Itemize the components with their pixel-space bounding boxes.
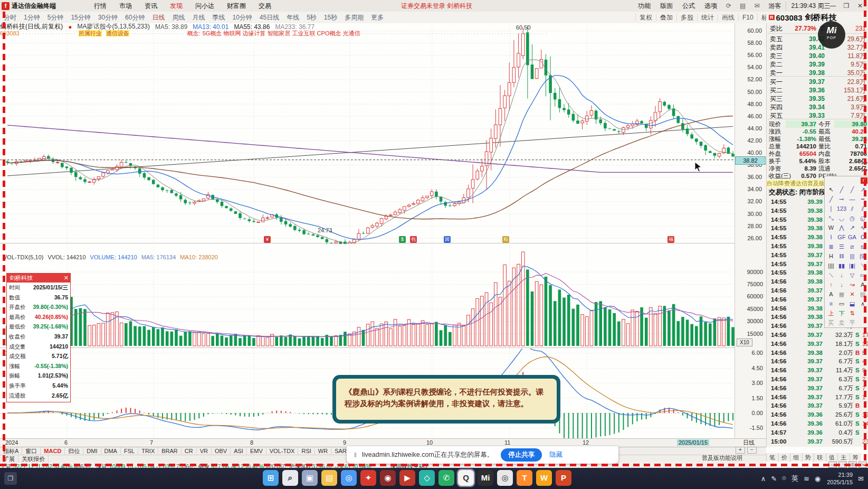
draw-tool-icon[interactable]: ⟍ <box>826 270 836 280</box>
draw-tool-icon[interactable]: ⟍ <box>857 261 868 270</box>
tick-row[interactable]: 14:5639.3711.4万S9 <box>767 366 868 375</box>
tdx-app-icon[interactable]: ✦ <box>360 470 376 486</box>
draw-tool-icon[interactable] <box>857 318 868 327</box>
draw-tool-icon[interactable]: ⤡ <box>826 213 836 223</box>
draw-tool-icon[interactable]: |▮| <box>847 261 857 270</box>
draw-tool-icon[interactable]: ▦ <box>836 289 847 299</box>
period-5分钟[interactable]: 5分钟 <box>44 13 68 22</box>
tick-row[interactable]: 14:5639.376.3万S2 <box>767 375 868 384</box>
draw-tool-icon[interactable]: GF <box>836 232 847 242</box>
indicator-tab-DMI[interactable]: DMI <box>83 447 101 455</box>
mic-icon[interactable]: ⌾ <box>782 474 786 483</box>
period-多周期[interactable]: 多周期 <box>341 13 367 22</box>
mini-tab-势[interactable]: 势 <box>802 453 814 462</box>
draw-tool-icon[interactable]: ⋀ <box>836 223 847 232</box>
draw-tool-icon[interactable]: ↖ <box>826 185 836 194</box>
tick-row[interactable]: 14:5639.3717.7万S1 <box>767 393 868 402</box>
draw-tool-icon[interactable]: ☰ <box>836 242 847 251</box>
period-15秒[interactable]: 15秒 <box>320 13 341 22</box>
file-explorer-icon[interactable]: ▤ <box>321 470 337 486</box>
tick-row[interactable]: 14:5639.3661.0万S14 <box>767 419 868 428</box>
draw-tool-icon[interactable]: ▭ <box>857 270 868 280</box>
wifi-icon[interactable]: ≋ <box>804 475 809 483</box>
draw-tool-icon[interactable]: |9| <box>857 251 868 261</box>
mini-tab-值[interactable]: 值 <box>826 453 838 462</box>
zoom-in-button[interactable]: + <box>736 447 745 454</box>
draw-tool-icon[interactable]: ▭ <box>836 299 847 308</box>
period-10分钟[interactable]: 10分钟 <box>228 13 255 22</box>
indicator-tab-FSL[interactable]: FSL <box>121 447 138 455</box>
media-app-icon[interactable]: ▶ <box>399 470 415 486</box>
menu-item-发现[interactable]: 发现 <box>164 0 189 12</box>
menu-选项[interactable]: 选项 <box>700 2 722 11</box>
draw-tool-icon[interactable]: ◵ <box>857 213 868 223</box>
stop-sharing-button[interactable]: 停止共享 <box>501 448 542 462</box>
indicator-tab-EMV[interactable]: EMV <box>247 447 266 455</box>
tiger-app-icon[interactable]: T <box>517 470 532 486</box>
sell-row[interactable]: 卖五39.4229.6万 <box>767 35 868 43</box>
indicator-tab-VOL-TDX[interactable]: VOL-TDX <box>266 447 299 455</box>
draw-tool-icon[interactable]: ⫽ <box>847 204 857 213</box>
draw-tool-icon[interactable]: 上 <box>826 308 836 318</box>
indicator-tab-BRAR[interactable]: BRAR <box>158 447 182 455</box>
zoom-out-button[interactable]: − <box>747 447 757 454</box>
tick-row[interactable]: 14:5639.375.9万B <box>767 401 868 410</box>
draw-tool-icon[interactable]: ↗ <box>857 185 868 194</box>
draw-tool-icon[interactable]: ‖‖ <box>836 251 847 261</box>
draw-tool-icon[interactable]: C <box>857 232 868 242</box>
menu-item-问小达[interactable]: 问小达 <box>189 0 221 12</box>
tick-row[interactable]: 14:5639.382.0万B5 <box>767 349 868 358</box>
draw-tool-icon[interactable]: GA <box>847 232 857 242</box>
menu-item-市场[interactable]: 市场 <box>113 0 138 12</box>
draw-tool-icon[interactable] <box>857 308 868 318</box>
refresh-icon[interactable]: ⟳ <box>722 2 736 10</box>
period-45日线[interactable]: 45日线 <box>256 13 283 22</box>
draw-tool-icon[interactable]: |||| <box>826 261 836 270</box>
industry-value[interactable]: 通信设备 <box>106 30 129 36</box>
event-marker-icon[interactable]: $ <box>399 236 406 243</box>
pen-icon[interactable]: ✎ <box>771 475 777 483</box>
period-5秒[interactable]: 5秒 <box>303 13 320 22</box>
period-1分钟[interactable]: 1分钟 <box>20 13 44 22</box>
draw-tool-icon[interactable]: ∿ <box>857 223 868 232</box>
draw-tool-icon[interactable]: ◷ <box>847 213 857 223</box>
stock-app-icon[interactable]: ◉ <box>380 470 396 486</box>
indicator-tab-ASI[interactable]: ASI <box>231 447 247 455</box>
draw-tool-icon[interactable]: ≡ <box>826 299 836 308</box>
indicator-tab-TRIX[interactable]: TRIX <box>138 447 158 455</box>
draw-tool-icon[interactable]: ↑ <box>826 280 836 289</box>
draw-tool-icon[interactable]: ||| <box>847 251 857 261</box>
tab-MACD[interactable]: MACD <box>41 447 65 455</box>
draw-tool-icon[interactable]: ⧄ <box>847 242 857 251</box>
event-marker-icon[interactable]: ¥ <box>264 236 271 243</box>
indicator-tab-CR[interactable]: CR <box>182 447 197 455</box>
period-日线[interactable]: 日线 <box>148 13 168 22</box>
camera-app-icon[interactable]: ◎ <box>497 470 513 486</box>
wechat-icon[interactable]: ✆ <box>438 470 454 486</box>
wps-icon[interactable]: W <box>536 470 552 486</box>
menu-item-财富圈[interactable]: 财富圈 <box>221 0 252 12</box>
event-marker-icon[interactable]: 粽 <box>502 236 509 243</box>
tool-F10[interactable]: F10 <box>738 14 757 21</box>
tick-row[interactable]: 14:5639.3625.6万S12 <box>767 410 868 419</box>
meeting-app-icon[interactable]: ◇ <box>419 470 435 486</box>
hide-link[interactable]: 隐藏 <box>549 450 562 459</box>
draw-tool-icon[interactable]: ╱ <box>826 194 836 204</box>
draw-tool-icon[interactable]: ◡ <box>836 213 847 223</box>
draw-tool-icon[interactable]: 卖 <box>836 318 847 327</box>
draw-tool-icon[interactable]: — <box>847 194 857 204</box>
draw-tool-icon[interactable]: 123 <box>836 204 847 213</box>
draw-tool-icon[interactable]: ⊸ <box>836 194 847 204</box>
notification-icon[interactable]: ✉ <box>858 475 864 483</box>
tick-row[interactable]: 14:5639.3732.3万S17 <box>767 331 868 340</box>
event-marker-icon[interactable]: 福 <box>667 236 674 243</box>
tool-统计[interactable]: 统计 <box>697 14 718 21</box>
tool-画线[interactable]: 画线 <box>718 14 738 21</box>
menu-item-行情[interactable]: 行情 <box>88 0 113 12</box>
draw-tool-icon[interactable]: ∧ <box>857 299 868 308</box>
indicator-tab-WR[interactable]: WR <box>315 447 331 455</box>
task-view-icon[interactable]: ▣ <box>302 470 318 486</box>
desktop-corner-icon[interactable]: ❐ <box>4 472 17 485</box>
tick-row[interactable]: 14:5639.376.7万S7 <box>767 384 868 393</box>
draw-tool-icon[interactable]: 买 <box>826 318 836 327</box>
